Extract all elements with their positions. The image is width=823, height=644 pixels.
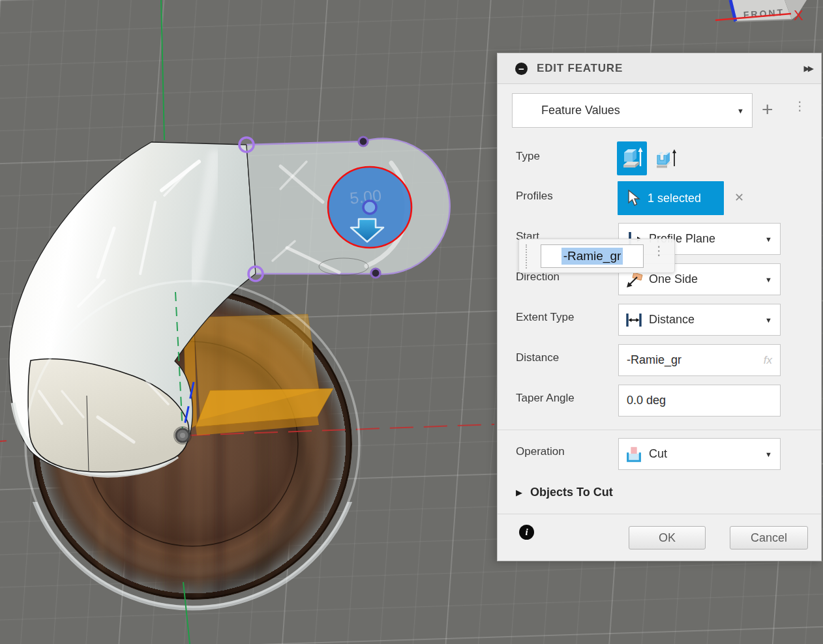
distance-label: Distance [516,351,559,364]
sketch-point-fixed [359,137,368,146]
objects-to-cut-label: Objects To Cut [530,486,613,499]
type-thin-extrude-button[interactable] [652,145,681,173]
value-input-text: -Ramie_gr [561,248,623,265]
preset-overflow-icon[interactable]: ⋮ [794,103,806,110]
dialog-header[interactable]: − EDIT FEATURE ▶▶ [498,53,821,84]
type-label: Type [516,150,540,163]
type-extrude-button[interactable] [617,141,647,175]
sketch-point [239,138,254,152]
edit-feature-dialog: − EDIT FEATURE ▶▶ Feature Values ▼ + ⋮ T… [497,53,822,561]
selected-profile[interactable]: 5.00 [328,167,412,248]
dialog-title: EDIT FEATURE [537,62,623,75]
collapse-icon[interactable]: − [515,63,528,75]
detach-icon[interactable]: ▶▶ [804,64,812,73]
extrude-solid-icon [620,145,644,172]
separator [498,430,821,430]
distance-extent-icon [624,311,644,329]
add-preset-button[interactable]: + [762,100,773,119]
preset-value: Feature Values [541,104,620,117]
sketch-point-fixed [371,269,380,278]
x-axis-label: X [794,7,803,23]
direction-value: One Side [649,272,698,286]
fx-expression-icon: fx [764,354,772,367]
operation-label: Operation [516,445,565,458]
operation-value: Cut [649,447,667,461]
taper-angle-value: 0.0 deg [627,394,666,407]
caret-down-icon: ▼ [765,316,772,324]
profiles-label: Profiles [516,190,553,203]
clear-selection-icon[interactable]: ✕ [734,192,744,203]
extent-type-value: Distance [649,313,695,327]
taper-angle-label: Taper Angle [516,392,575,405]
extent-type-dropdown[interactable]: Distance ▼ [618,304,781,336]
caret-down-icon: ▼ [737,107,744,115]
operation-dropdown[interactable]: Cut ▼ [618,438,781,470]
taper-angle-input[interactable]: 0.0 deg [618,385,781,417]
cut-operation-icon [624,445,644,463]
value-input-field[interactable]: -Ramie_gr [541,244,644,268]
sketch-point [248,267,263,281]
objects-to-cut-expander[interactable]: ▶ Objects To Cut [516,486,613,499]
drag-grip-dots-icon[interactable]: ⋮ [653,248,665,254]
distance-input[interactable]: -Ramie_gr fx [618,344,781,376]
info-icon[interactable]: i [519,525,534,540]
profile-center-point [363,201,376,214]
cancel-button[interactable]: Cancel [730,526,808,549]
profiles-selection-button[interactable]: 1 selected [618,181,724,215]
floating-value-input[interactable]: -Ramie_gr ⋮ [518,239,675,273]
profiles-selection-count: 1 selected [648,192,701,205]
distance-value: -Ramie_gr [627,353,681,367]
caret-down-icon: ▼ [765,450,772,458]
cursor-icon [627,190,641,207]
caret-down-icon: ▼ [765,276,772,284]
extent-type-label: Extent Type [516,311,574,324]
drag-grip-left[interactable] [526,244,527,269]
dialog-footer: i OK Cancel [498,514,821,561]
extrude-thin-icon [654,147,679,171]
expand-triangle-icon: ▶ [516,488,522,497]
preset-dropdown[interactable]: Feature Values ▼ [512,93,753,128]
ok-button[interactable]: OK [629,526,706,549]
caret-down-icon: ▼ [765,235,772,243]
